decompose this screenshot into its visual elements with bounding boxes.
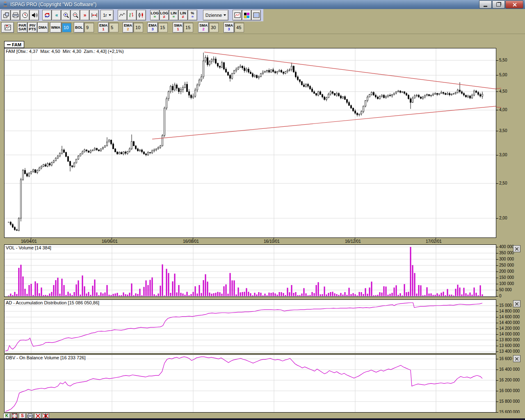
legend-symbol: FAM [12, 42, 21, 47]
minimize-icon [484, 6, 487, 7]
chevron-down-icon [224, 14, 226, 16]
bol-input[interactable]: 9 [84, 23, 94, 32]
sound-button[interactable] [30, 10, 39, 21]
indicator-window-button[interactable] [233, 10, 242, 21]
range-dropdown-label: 1r [103, 13, 107, 18]
print-small-button[interactable] [27, 413, 34, 419]
ema3-input[interactable]: 15 [158, 23, 168, 32]
ad-axis-tick [496, 306, 498, 306]
volume-canvas[interactable] [5, 245, 496, 297]
sma2-button[interactable]: SMA2 [198, 22, 209, 33]
candlechart-icon [138, 12, 144, 18]
sma3-input[interactable]: 45 [234, 23, 244, 32]
refresh-button[interactable] [42, 10, 52, 21]
ad-axis-label: 14 600 000 [499, 315, 520, 319]
series-color-dash [7, 44, 11, 45]
titlebar: ISPAG PRO (Copyright "WD Software") [0, 0, 525, 9]
bar-chart-button[interactable] [127, 10, 137, 21]
range-dropdown[interactable]: 1r [100, 10, 114, 21]
y-axis-label: 4,00 [499, 107, 507, 112]
price-chart-panel[interactable]: FAM [Otw.: 4,37 Max: 4,50 Min: 4,30 Zam.… [4, 48, 496, 238]
scroll-left-button[interactable]: « [52, 10, 61, 21]
obv-axis-tick [496, 370, 498, 370]
sma1-button[interactable]: SMA1 [173, 22, 183, 33]
obv-panel[interactable]: OBV - On Balance Volume [16 233 726] [4, 354, 496, 413]
candle-chart-button[interactable] [137, 10, 146, 21]
linechart-icon [119, 12, 126, 18]
x-axis-date-label: 16/12/01 [345, 239, 361, 244]
zoom-in-button[interactable] [61, 10, 71, 21]
ad-canvas[interactable] [5, 300, 496, 353]
log-equal-button[interactable]: LOG= [150, 10, 160, 21]
close-button[interactable] [505, 0, 523, 9]
ad-axis-label: 14 800 000 [499, 309, 520, 313]
x-axis-date-label: 17/02/01 [426, 239, 442, 244]
ema3-button[interactable]: EMA3 [147, 22, 158, 33]
volume-panel[interactable]: VOL - Volume [14 384] [4, 244, 496, 297]
ad-axis-label: 13 400 000 [499, 349, 520, 354]
close-icon [512, 2, 517, 7]
bol-button[interactable]: BOL [74, 22, 84, 33]
sma1-input[interactable]: 15 [183, 23, 193, 32]
line-chart-button[interactable] [118, 10, 127, 21]
volume-header: VOL - Volume [14 384] [6, 245, 51, 250]
legend-tab[interactable]: FAM [4, 41, 24, 48]
delete-x-button[interactable] [34, 413, 41, 419]
scroll-right-button[interactable]: » [80, 10, 89, 21]
volume-axis-tick [496, 253, 498, 253]
wma-button[interactable]: WMA [50, 22, 62, 33]
maximize-button[interactable] [492, 0, 505, 9]
delete-candle-button[interactable] [42, 413, 49, 419]
y-axis-tick [496, 183, 498, 184]
obv-panel-close-button[interactable] [513, 355, 520, 362]
chevr-icon: » [82, 12, 88, 18]
sma3-button[interactable]: SMA3 [224, 22, 234, 33]
ad-panel[interactable]: AD - Accumulation Distribution [15 086 0… [4, 299, 496, 354]
minimize-button[interactable] [479, 0, 492, 9]
lin-equal-button[interactable]: LIN= [169, 10, 178, 21]
ema2-button[interactable]: EMA2 [123, 22, 133, 33]
dma-button[interactable]: DMA [37, 22, 48, 33]
y-axis-tick [496, 75, 498, 75]
volume-axis-tick [496, 265, 498, 266]
parsar-button[interactable]: PARSAR [17, 22, 27, 33]
obv-canvas[interactable] [5, 355, 496, 412]
ad-axis-tick [496, 346, 498, 346]
print-button[interactable] [11, 10, 20, 21]
log-notequal-button[interactable]: LOG≠ [160, 10, 169, 21]
y-axis-label: 3,00 [499, 153, 507, 157]
obv-axis-label: 16 000 000 [499, 388, 520, 393]
ema1-input[interactable]: 5 [109, 23, 119, 32]
price-chart-canvas[interactable] [5, 48, 496, 237]
svg-text:»: » [83, 12, 86, 18]
volume-axis-tick [496, 278, 498, 278]
sma2-input[interactable]: 30 [209, 23, 219, 32]
ema2-input[interactable]: 10 [133, 23, 143, 32]
wma-input[interactable]: 10 [62, 23, 71, 32]
fit-width-button[interactable] [89, 10, 99, 21]
data-table-button[interactable] [251, 10, 261, 21]
k-button[interactable]: K [3, 413, 10, 419]
lin-notequal-button[interactable]: LIN≠ [178, 10, 188, 21]
crosshair-button[interactable] [11, 413, 18, 419]
y-axis-label: 3,50 [499, 128, 507, 133]
s-button[interactable]: S [19, 413, 26, 419]
save-layout-button[interactable] [1, 10, 11, 21]
chart-settings-button[interactable] [1, 22, 14, 33]
price-chart-header: FAM [Otw.: 4,37 Max: 4,50 Min: 4,30 Zam.… [6, 49, 124, 54]
volume-axis-label: 100 000 [499, 281, 514, 286]
percent-button[interactable]: %= [188, 10, 197, 21]
ad-panel-close-button[interactable] [513, 300, 520, 307]
pivpts-button[interactable]: PIVPTS [27, 22, 37, 33]
clock-button[interactable] [20, 10, 30, 21]
barchart-icon [128, 12, 135, 18]
close-panel-icon [515, 247, 519, 251]
obv-axis-tick [496, 402, 498, 402]
ad-axis-tick [496, 317, 498, 317]
zoom-out-button[interactable] [71, 10, 80, 21]
period-dropdown[interactable]: Dzienne [203, 10, 228, 21]
colors-button[interactable] [242, 10, 251, 21]
y-axis-tick [496, 155, 498, 155]
ema1-button[interactable]: EMA1 [98, 22, 109, 33]
volume-panel-close-button[interactable] [513, 245, 520, 252]
